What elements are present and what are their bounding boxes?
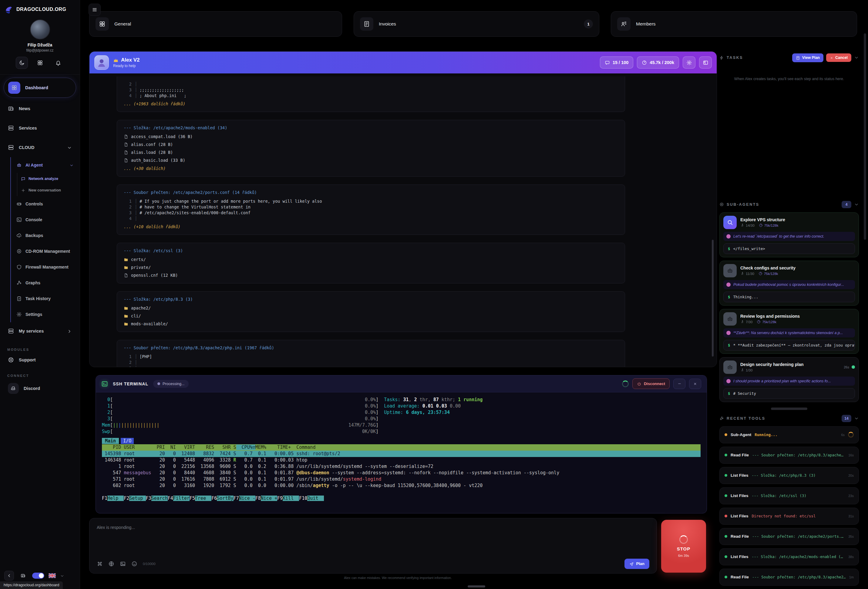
subagent-card[interactable]: Review logs and permissions 7/30 75k/128…	[719, 309, 859, 354]
tool-name: List Files	[731, 473, 748, 478]
disconnect-button[interactable]: Disconnect	[632, 379, 670, 389]
htop-row[interactable]: 571 root 20 0 17616 7808 6912 S 0.0 0.1 …	[102, 476, 701, 482]
close-terminal-button[interactable]	[689, 379, 701, 389]
send-icon	[629, 562, 634, 566]
sidebar-item-services[interactable]: Services	[4, 118, 76, 138]
invoices-tab-icon	[360, 17, 373, 31]
tab-general[interactable]: General	[89, 11, 342, 37]
subagent-card[interactable]: Explore VPS structure 14/30 75k/128k Let…	[719, 212, 859, 258]
panel-resize-handle[interactable]	[771, 407, 807, 410]
language-chevron-icon[interactable]	[60, 573, 64, 579]
sidebar-item-dashboard[interactable]: Dashboard	[4, 78, 76, 98]
gamepad-icon	[16, 201, 22, 207]
tool-name: List Files	[731, 514, 748, 518]
sidebar-item-controls[interactable]: Controls	[14, 196, 76, 212]
walk-icon	[740, 223, 744, 227]
robot-icon	[727, 364, 733, 370]
view-plan-button[interactable]: View Plan	[792, 53, 824, 62]
stop-button[interactable]: STOP 6m 39s	[661, 520, 706, 573]
recent-tool-item[interactable]: Read File --- Soubor přečten: /etc/php/8…	[719, 569, 859, 586]
uk-flag-icon[interactable]	[49, 573, 56, 578]
block-header: --- Soubor přečten: /etc/apache2/ports.c…	[124, 189, 618, 195]
collapse-tasks-icon[interactable]	[854, 55, 859, 60]
sidebar: DRAGOCLOUD.ORG Filip Džudža filip@jtdpow…	[0, 0, 80, 589]
agent-status: Ready to help	[113, 64, 140, 68]
recent-tool-item[interactable]: List Files --- Složka: /etc/apache2/mods…	[719, 548, 859, 565]
htop-row[interactable]: 547 messagebus 20 0 8440 4608 3840 S 0.0…	[102, 470, 701, 476]
message-composer[interactable]: Alex is responding... 0/10000 Plan	[89, 518, 657, 574]
sidebar-item-settings[interactable]: Settings	[14, 306, 76, 322]
sidebar-item-graphs[interactable]: Graphs	[14, 275, 76, 291]
agent-settings-button[interactable]	[683, 56, 695, 69]
emoji-icon[interactable]	[131, 561, 137, 567]
chat-scrollbar[interactable]	[712, 240, 714, 357]
sidebar-item-task-history[interactable]: Task History	[14, 291, 76, 306]
folder-icon	[124, 265, 128, 270]
sidebar-item-backups[interactable]: Backups	[14, 228, 76, 243]
recent-tool-item[interactable]: List Files Directory not found: etc/ssl …	[719, 508, 859, 525]
apps-button[interactable]	[34, 57, 46, 69]
sidebar-item-cloud[interactable]: CLOUD	[4, 138, 76, 157]
attach-image-icon[interactable]	[120, 561, 126, 567]
tab-members[interactable]: Members	[611, 11, 857, 37]
theme-toggle-button[interactable]	[16, 57, 28, 69]
tasks-header: TASKS View Plan Cancel	[719, 53, 859, 62]
notifications-button[interactable]	[52, 57, 64, 69]
commands-icon[interactable]	[97, 561, 103, 567]
recent-tool-item[interactable]: List Files --- Složka: /etc/ssl (3) 23s	[719, 487, 859, 504]
web-icon[interactable]	[108, 561, 114, 567]
sidebar-item-ai-agent[interactable]: AI Agent	[14, 157, 76, 173]
recent-tool-item[interactable]: Read File --- Soubor přečten: /etc/apach…	[719, 528, 859, 545]
subagent-card[interactable]: Check configs and security 11/30 75k/128…	[719, 260, 859, 306]
collapse-subagents-icon[interactable]	[854, 202, 859, 207]
robot-icon	[727, 267, 733, 274]
subagent-title: Review logs and permissions	[740, 314, 800, 319]
collapse-tools-icon[interactable]	[854, 416, 859, 421]
htop-row[interactable]: 602 root 20 0 3160 1920 1792 S 0.0 0.0 0…	[102, 482, 701, 489]
sidebar-item-cdrom-management[interactable]: CD-ROM Management	[14, 243, 76, 259]
sidebar-item-support[interactable]: Support	[0, 354, 80, 366]
htop-row[interactable]: 1 root 20 0 22156 13568 9600 S 0.0 0.2 0…	[102, 463, 701, 470]
docs-icon[interactable]	[18, 571, 28, 580]
panel-icon	[703, 60, 709, 65]
sidebar-item-console[interactable]: Console	[14, 212, 76, 228]
chat-code-block: --- Soubor přečten: /etc/php/8.3/apache2…	[117, 340, 625, 367]
menu-button[interactable]	[89, 4, 101, 16]
theme-switch-toggle[interactable]	[32, 573, 44, 579]
sidebar-item-my-services[interactable]: My services	[4, 322, 76, 340]
subagent-card[interactable]: Design security hardening plan 1/30 26s …	[719, 357, 859, 402]
sidebar-item-discord[interactable]: Discord	[0, 380, 80, 397]
target-icon	[719, 202, 724, 207]
messages-quota-badge[interactable]: 15 / 100	[600, 56, 633, 69]
cancel-button[interactable]: Cancel	[826, 53, 851, 62]
tab-invoices[interactable]: Invoices 1	[354, 11, 599, 37]
htop-tab-main[interactable]: Main	[102, 438, 119, 444]
plan-button[interactable]: Plan	[624, 559, 650, 569]
recent-tool-item[interactable]: Sub-Agent Running... 6s	[719, 426, 859, 443]
recent-tool-item[interactable]: Read File --- Soubor přečten: /etc/php/8…	[719, 447, 859, 464]
tool-result: Running...	[754, 432, 838, 437]
window-scrollbar[interactable]	[864, 33, 866, 240]
sidebar-item-firewall-management[interactable]: Firewall Management	[14, 259, 76, 275]
toggle-panel-button[interactable]	[699, 56, 712, 69]
sidebar-item-news[interactable]: News	[4, 99, 76, 118]
tool-status-dot	[725, 515, 727, 517]
htop-row[interactable]: 146348 root 20 0 5448 4096 3328 R 0.7 0.…	[102, 457, 701, 463]
recent-tool-item[interactable]: List Files --- Složka: /etc/php/8.3 (3) …	[719, 467, 859, 484]
send-icon	[629, 561, 634, 566]
sidebar-item-label: Console	[25, 217, 42, 222]
tokens-quota-badge[interactable]: 45.7k / 200k	[637, 56, 679, 69]
minimize-terminal-button[interactable]	[673, 379, 685, 389]
sidebar-item-new-conversation[interactable]: New conversation	[21, 185, 76, 196]
collapse-sidebar-button[interactable]	[4, 571, 14, 580]
horizontal-scrollbar[interactable]	[468, 585, 485, 588]
chat-icon	[21, 177, 25, 181]
sidebar-item-network-analyze[interactable]: Network analyze	[21, 173, 76, 185]
subagent-command: $* **Audit zabezpečení** – zkontrolovat,…	[723, 340, 855, 351]
htop-tab-io[interactable]: I/O	[121, 438, 134, 444]
user-avatar[interactable]	[30, 19, 50, 40]
sidebar-bottom-bar	[0, 571, 80, 580]
htop-row-selected[interactable]: 145398 root 20 0 12408 8832 7424 S 0.7 0…	[102, 451, 701, 457]
doc-icon	[796, 56, 800, 60]
char-counter: 0/10000	[143, 562, 156, 565]
